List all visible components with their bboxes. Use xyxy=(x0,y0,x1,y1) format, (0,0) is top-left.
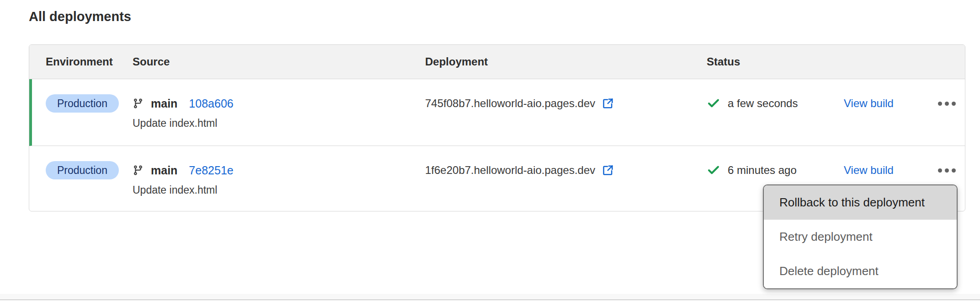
check-icon xyxy=(707,163,720,177)
column-header-status: Status xyxy=(707,55,844,68)
external-link-icon[interactable] xyxy=(602,97,614,110)
menu-item-rollback[interactable]: Rollback to this deployment xyxy=(764,185,957,220)
view-build-link[interactable]: View build xyxy=(844,164,894,177)
commit-link[interactable]: 7e8251e xyxy=(189,164,233,177)
column-header-deployment: Deployment xyxy=(425,55,707,68)
table-row: Production main 108a606 Update index.htm… xyxy=(29,79,965,146)
environment-badge: Production xyxy=(46,94,119,113)
ellipsis-icon xyxy=(938,102,942,106)
branch-name: main xyxy=(151,97,177,110)
menu-item-delete[interactable]: Delete deployment xyxy=(764,254,957,288)
table-header-row: Environment Source Deployment Status xyxy=(29,45,965,79)
environment-badge: Production xyxy=(46,161,119,179)
deployment-url: 745f08b7.helloworld-aio.pages.dev xyxy=(425,97,595,110)
deployment-actions-menu-button[interactable] xyxy=(935,94,959,113)
commit-link[interactable]: 108a606 xyxy=(189,97,233,110)
page-bottom-divider xyxy=(0,294,980,300)
menu-item-retry[interactable]: Retry deployment xyxy=(764,220,957,254)
deployment-url: 1f6e20b7.helloworld-aio.pages.dev xyxy=(425,164,595,177)
check-icon xyxy=(707,97,720,110)
column-header-source: Source xyxy=(133,55,425,68)
branch-name: main xyxy=(151,164,177,177)
external-link-icon[interactable] xyxy=(602,164,614,177)
commit-message: Update index.html xyxy=(133,184,425,196)
status-text: a few seconds xyxy=(728,97,798,110)
page-title: All deployments xyxy=(29,9,131,24)
git-branch-icon xyxy=(133,98,144,109)
column-header-environment: Environment xyxy=(46,55,133,68)
view-build-link[interactable]: View build xyxy=(844,97,894,110)
ellipsis-icon xyxy=(938,168,942,173)
status-text: 6 minutes ago xyxy=(728,164,797,177)
deployment-actions-menu-button[interactable] xyxy=(935,161,959,179)
git-branch-icon xyxy=(133,165,144,176)
deployment-actions-menu: Rollback to this deployment Retry deploy… xyxy=(763,184,958,289)
commit-message: Update index.html xyxy=(133,117,425,130)
